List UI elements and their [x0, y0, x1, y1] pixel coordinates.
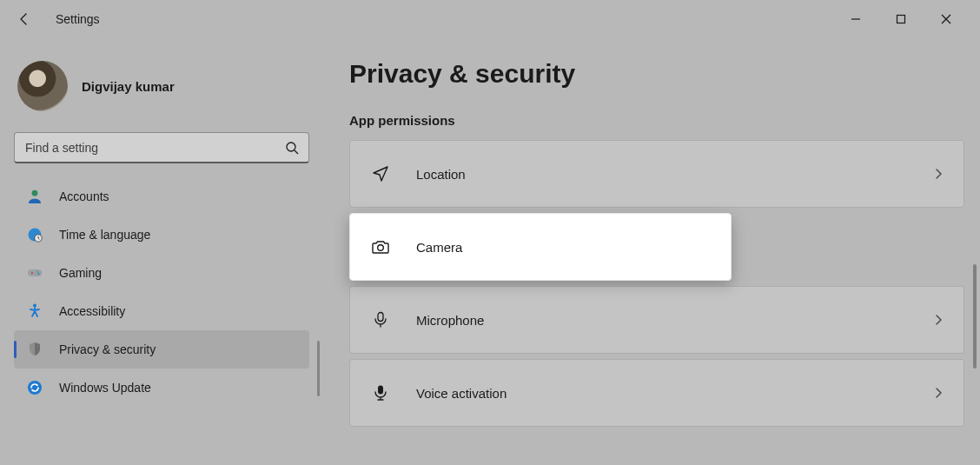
window-title: Settings — [56, 12, 100, 26]
settings-item-label: Location — [416, 167, 466, 182]
globe-clock-icon — [26, 226, 43, 243]
svg-rect-1 — [897, 16, 905, 23]
sidebar-item-label: Windows Update — [59, 381, 151, 395]
chevron-right-icon — [932, 168, 944, 180]
profile-name: Digvijay kumar — [82, 79, 175, 94]
settings-item-label: Voice activation — [416, 386, 507, 401]
body-area: Digvijay kumar Accounts — [0, 38, 980, 465]
maximize-button[interactable] — [881, 6, 921, 32]
voice-activation-icon — [368, 383, 394, 402]
gamepad-icon — [26, 264, 43, 282]
svg-point-2 — [287, 143, 295, 151]
svg-point-4 — [32, 190, 38, 196]
svg-point-10 — [38, 273, 40, 275]
settings-item-location[interactable]: Location — [349, 140, 964, 208]
close-icon — [941, 14, 951, 24]
svg-point-13 — [378, 245, 384, 251]
profile-block[interactable]: Digvijay kumar — [14, 54, 309, 127]
svg-rect-15 — [378, 386, 383, 395]
arrow-left-icon — [17, 12, 31, 26]
svg-point-11 — [33, 304, 36, 308]
back-button[interactable] — [7, 2, 42, 37]
sidebar-scrollbar[interactable] — [317, 341, 320, 396]
settings-item-label: Microphone — [416, 313, 484, 328]
window-controls — [836, 6, 973, 32]
sidebar: Digvijay kumar Accounts — [0, 38, 323, 465]
avatar — [17, 61, 68, 111]
settings-item-label: Camera — [416, 240, 462, 255]
sidebar-item-label: Gaming — [59, 266, 102, 280]
microphone-icon — [368, 310, 394, 329]
content-scrollbar[interactable] — [973, 264, 977, 369]
person-icon — [26, 188, 43, 205]
sidebar-item-windows-update[interactable]: Windows Update — [14, 369, 309, 407]
sidebar-item-time-language[interactable]: Time & language — [14, 216, 309, 254]
sidebar-item-accessibility[interactable]: Accessibility — [14, 292, 309, 330]
search-input[interactable] — [14, 132, 309, 163]
settings-window: Settings Digvijay kumar — [0, 0, 980, 465]
svg-point-9 — [36, 271, 38, 273]
sidebar-item-label: Time & language — [59, 228, 150, 242]
page-title: Privacy & security — [349, 59, 964, 89]
svg-rect-7 — [28, 269, 42, 276]
update-icon — [26, 379, 43, 396]
camera-icon — [368, 236, 394, 257]
settings-item-voice-activation[interactable]: Voice activation — [349, 359, 964, 427]
section-title: App permissions — [349, 113, 964, 128]
minimize-icon — [851, 14, 861, 24]
minimize-button[interactable] — [836, 6, 876, 32]
chevron-right-icon — [932, 314, 944, 326]
svg-line-3 — [295, 150, 298, 154]
settings-list: Location Camera — [349, 140, 964, 427]
main-content: Privacy & security App permissions Locat… — [323, 38, 980, 465]
settings-item-microphone[interactable]: Microphone — [349, 286, 964, 354]
search-row — [14, 132, 309, 163]
sidebar-item-label: Accounts — [59, 189, 109, 203]
nav-list: Accounts Time & language Gaming — [14, 177, 309, 407]
sidebar-item-gaming[interactable]: Gaming — [14, 254, 309, 292]
accessibility-icon — [26, 302, 43, 320]
sidebar-item-label: Privacy & security — [59, 342, 156, 356]
sidebar-item-privacy-security[interactable]: Privacy & security — [14, 330, 309, 369]
shield-icon — [26, 341, 43, 358]
title-bar: Settings — [0, 0, 980, 38]
location-icon — [368, 164, 394, 183]
search-icon — [285, 141, 299, 155]
svg-point-12 — [28, 381, 42, 395]
sidebar-item-label: Accessibility — [59, 304, 125, 318]
svg-rect-14 — [378, 313, 383, 322]
close-button[interactable] — [926, 6, 966, 32]
chevron-right-icon — [932, 387, 944, 399]
settings-item-camera[interactable]: Camera — [349, 213, 732, 281]
maximize-icon — [896, 14, 906, 24]
sidebar-item-accounts[interactable]: Accounts — [14, 177, 309, 216]
svg-point-8 — [31, 272, 33, 274]
